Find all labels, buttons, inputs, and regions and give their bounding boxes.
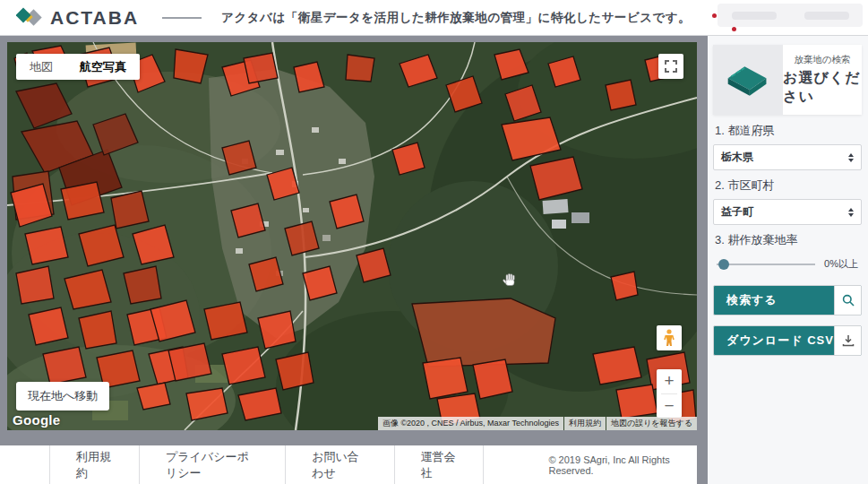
report-error-link[interactable]: 地図の誤りを報告する <box>606 417 697 430</box>
footer: 利用規約 プライバシーポリシー お問い合わせ 運営会社 © 2019 SAgri… <box>0 445 697 484</box>
zoom-control: + − <box>657 369 682 418</box>
map-type-control: 地図 航空写真 <box>16 54 140 80</box>
prefecture-select[interactable]: 栃木県 <box>713 144 862 170</box>
map-canvas[interactable]: 地図 航空写真 + <box>7 42 697 430</box>
faded-nav-item <box>804 12 849 20</box>
search-card: 放棄地の検索 お選びください <box>713 45 862 115</box>
card-icon-box <box>713 45 783 115</box>
download-icon-box <box>834 326 861 355</box>
card-title: お選びください <box>783 69 862 107</box>
abandon-rate-slider: 0%以上 <box>717 257 858 271</box>
footer-link-contact[interactable]: お問い合わせ <box>285 445 393 484</box>
download-csv-button[interactable]: ダウンロード CSV <box>713 325 862 356</box>
brand[interactable]: ACTABA <box>16 5 139 30</box>
footer-link-company[interactable]: 運営会社 <box>394 445 485 484</box>
satellite-imagery <box>7 42 697 430</box>
search-button[interactable]: 検索する <box>713 285 862 315</box>
zoom-out-button[interactable]: − <box>657 394 682 419</box>
prefecture-label: 1. 都道府県 <box>715 123 862 139</box>
terms-link[interactable]: 利用規約 <box>564 417 606 430</box>
faded-nav <box>718 4 863 27</box>
card-text: 放棄地の検索 お選びください <box>783 45 862 115</box>
copyright: © 2019 SAgri, Inc All Rights Reserved. <box>548 454 697 476</box>
fullscreen-icon <box>665 60 677 73</box>
map-type-satellite-button[interactable]: 航空写真 <box>66 54 140 80</box>
google-logo: Google <box>13 412 60 428</box>
card-subtitle: 放棄地の検索 <box>794 54 850 66</box>
prefecture-value: 栃木県 <box>721 150 848 165</box>
slider-handle[interactable] <box>718 259 729 270</box>
current-location-button[interactable]: 現在地へ移動 <box>16 382 109 411</box>
actaba-logo-icon <box>16 5 43 30</box>
service-tagline: アクタバは「衛星データを活用した耕作放棄地の管理」に特化したサービスです。 <box>221 10 691 26</box>
search-icon-box <box>834 286 861 315</box>
red-annotation-dot <box>712 13 717 18</box>
search-button-label: 検索する <box>726 292 778 308</box>
footer-link-privacy[interactable]: プライバシーポリシー <box>139 445 285 484</box>
select-spinner-icon <box>848 153 854 162</box>
red-annotation-dot <box>732 27 736 31</box>
brand-name: ACTABA <box>50 7 139 29</box>
select-spinner-icon <box>848 208 854 217</box>
brand-divider <box>162 17 202 19</box>
abandon-rate-label: 3. 耕作放棄地率 <box>715 232 862 248</box>
faded-nav-item <box>732 12 777 20</box>
search-icon <box>842 294 855 307</box>
land-parcel-icon <box>725 59 771 100</box>
slider-track[interactable] <box>717 264 815 265</box>
download-icon <box>842 334 855 347</box>
footer-links: 利用規約 プライバシーポリシー お問い合わせ 運営会社 <box>49 445 484 484</box>
slider-value: 0%以上 <box>824 257 858 271</box>
zoom-in-button[interactable]: + <box>657 369 682 393</box>
municipality-value: 益子町 <box>721 204 848 220</box>
map-frame: 地図 航空写真 + <box>0 36 708 484</box>
map-type-map-button[interactable]: 地図 <box>16 54 66 80</box>
pegman-icon <box>664 329 675 347</box>
page: ACTABA アクタバは「衛星データを活用した耕作放棄地の管理」に特化したサービ… <box>0 0 868 484</box>
imagery-credit: 画像 ©2020 , CNES / Airbus, Maxar Technolo… <box>378 417 563 430</box>
search-sidebar: 放棄地の検索 お選びください 1. 都道府県 栃木県 2. 市区町村 益子町 3… <box>708 36 868 484</box>
pegman-button[interactable] <box>657 325 682 350</box>
municipality-label: 2. 市区町村 <box>715 177 862 194</box>
header: ACTABA アクタバは「衛星データを活用した耕作放棄地の管理」に特化したサービ… <box>0 0 868 36</box>
fullscreen-button[interactable] <box>658 54 683 79</box>
map-attribution: 画像 ©2020 , CNES / Airbus, Maxar Technolo… <box>377 417 697 430</box>
hand-cursor <box>503 272 518 287</box>
footer-link-terms[interactable]: 利用規約 <box>49 445 139 484</box>
download-button-label: ダウンロード CSV <box>726 333 834 349</box>
municipality-select[interactable]: 益子町 <box>713 199 862 225</box>
